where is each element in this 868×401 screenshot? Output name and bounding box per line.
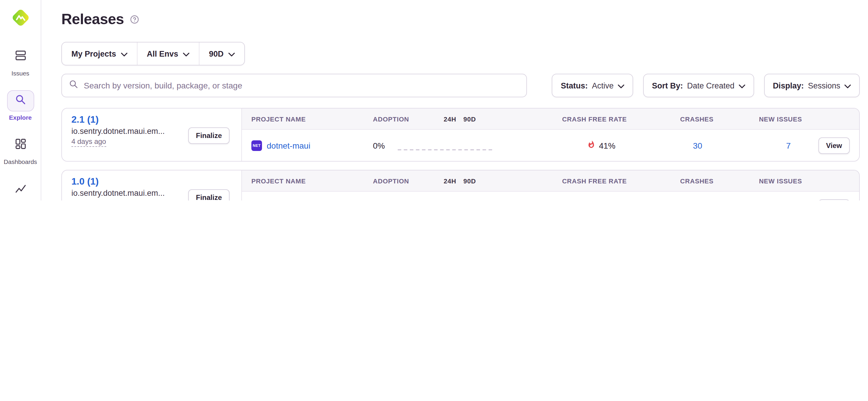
page-help-icon[interactable] [130,14,139,24]
release-list: 2.1 (1) io.sentry.dotnet.maui.em... 4 da… [61,108,860,201]
display-dropdown[interactable]: Display: Sessions [764,74,860,97]
search-icon [69,79,79,91]
chevron-down-icon [618,81,624,90]
date-range-filter-label: 90D [209,49,224,58]
main-content: Releases My Projects All Envs 90D [41,0,868,201]
sort-label: Sort By: [652,81,683,90]
project-link[interactable]: dotnet-maui [267,141,310,150]
sentry-logo[interactable] [10,7,31,28]
app-window: Issues Explore Dashboards Insights [0,0,868,201]
column-header-new-issues: NEW ISSUES [714,115,802,122]
sidebar-item-issues[interactable]: Issues [0,46,41,77]
adoption-value: 0% [373,141,398,150]
sidebar-item-insights[interactable]: Insights [0,179,41,201]
table-header-row: PROJECT NAME ADOPTION 24H 90D CRASH FREE… [242,108,859,130]
release-card: 2.1 (1) io.sentry.dotnet.maui.em... 4 da… [61,108,860,162]
column-header-crash-free-rate: CRASH FREE RATE [511,115,627,122]
column-header-crashes: CRASHES [627,177,714,184]
sort-value: Date Created [687,81,735,90]
release-summary: 1.0 (1) io.sentry.dotnet.maui.em... 4 da… [62,170,242,201]
sidebar-nav: Issues Explore Dashboards Insights [0,46,41,201]
column-header-new-issues: NEW ISSUES [714,177,802,184]
release-summary: 2.1 (1) io.sentry.dotnet.maui.em... 4 da… [62,108,242,161]
page-header: Releases [61,11,860,28]
release-version-link[interactable]: 1.0 (1) [71,176,165,187]
issues-icon [14,49,27,64]
fire-icon [587,140,595,151]
column-header-project: PROJECT NAME [251,115,373,122]
insights-icon [14,181,27,197]
adoption-sparkline [398,200,492,201]
column-header-adoption: ADOPTION [373,115,409,122]
environments-filter-dropdown[interactable]: All Envs [137,42,199,65]
crashes-link[interactable]: 30 [693,141,702,150]
period-toggle-24h[interactable]: 24H [444,115,457,122]
new-issues-link[interactable]: 7 [786,141,791,150]
table-row: NET dotnet-maui 0% 92.308% 4 2 View [242,192,859,201]
sort-dropdown[interactable]: Sort By: Date Created [643,74,754,97]
view-button[interactable]: View [818,137,850,154]
adoption-sparkline [398,138,492,153]
sidebar-item-dashboards[interactable]: Dashboards [0,134,41,165]
search-input[interactable] [84,81,519,90]
explore-icon [14,93,27,108]
period-toggle-90d[interactable]: 90D [464,177,476,184]
chevron-down-icon [183,49,189,58]
sidebar-item-label: Explore [9,114,32,121]
page-title: Releases [61,11,124,28]
display-value: Sessions [808,81,840,90]
chevron-down-icon [121,49,127,58]
sidebar: Issues Explore Dashboards Insights [0,0,41,201]
dashboards-icon [14,137,27,153]
display-label: Display: [773,81,804,90]
projects-filter-label: My Projects [71,49,116,58]
sidebar-item-label: Issues [11,70,30,77]
table-row: NET dotnet-maui 0% 41% 30 7 View [242,130,859,161]
chevron-down-icon [844,81,851,90]
table-header-row: PROJECT NAME ADOPTION 24H 90D CRASH FREE… [242,170,859,192]
page-filter-bar: My Projects All Envs 90D [61,42,245,65]
finalize-button[interactable]: Finalize [188,127,229,143]
release-card: 1.0 (1) io.sentry.dotnet.maui.em... 4 da… [61,170,860,201]
status-label: Status: [561,81,588,90]
environments-filter-label: All Envs [147,49,179,58]
view-button[interactable]: View [818,199,850,201]
column-header-project: PROJECT NAME [251,177,373,184]
date-range-filter-dropdown[interactable]: 90D [199,42,244,65]
finalize-button[interactable]: Finalize [188,189,229,201]
release-version-link[interactable]: 2.1 (1) [71,114,165,125]
column-header-adoption: ADOPTION [373,177,409,184]
crash-free-rate-value: 41% [599,141,615,150]
release-time: 4 days ago [71,199,106,201]
column-header-crashes: CRASHES [627,115,714,122]
chevron-down-icon [739,81,745,90]
chevron-down-icon [228,49,235,58]
toolbar: Status: Active Sort By: Date Created Dis… [61,74,860,97]
period-toggle-24h[interactable]: 24H [444,177,457,184]
sidebar-item-label: Dashboards [4,158,37,165]
projects-filter-dropdown[interactable]: My Projects [62,42,137,65]
sidebar-item-explore[interactable]: Explore [0,90,41,121]
release-time: 4 days ago [71,137,106,147]
status-dropdown[interactable]: Status: Active [552,74,633,97]
column-header-crash-free-rate: CRASH FREE RATE [511,177,627,184]
release-package: io.sentry.dotnet.maui.em... [71,189,165,198]
status-value: Active [592,81,614,90]
period-toggle-90d[interactable]: 90D [464,115,476,122]
dotnet-icon: NET [251,140,262,151]
release-package: io.sentry.dotnet.maui.em... [71,127,165,136]
search-box [61,74,527,97]
